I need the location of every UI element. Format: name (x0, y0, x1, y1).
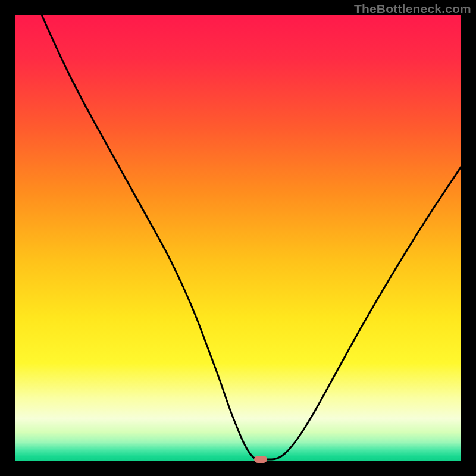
bottleneck-chart (15, 15, 461, 461)
watermark-text: TheBottleneck.com (354, 2, 471, 16)
gradient-background (15, 15, 461, 461)
chart-frame: TheBottleneck.com (0, 0, 476, 476)
optimum-marker (254, 456, 267, 463)
